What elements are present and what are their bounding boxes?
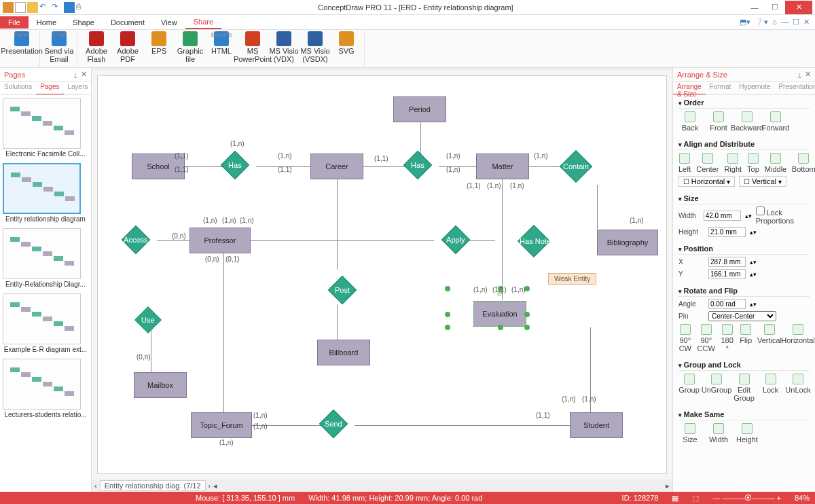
- ribbon-svg[interactable]: SVG: [331, 31, 361, 63]
- same-width[interactable]: Width: [707, 423, 730, 444]
- ribbon-adobe-flash[interactable]: Adobe Flash: [82, 31, 111, 63]
- relation-access[interactable]: Access: [122, 226, 150, 254]
- ribbon-ms-visio-vsdx-[interactable]: MS Visio (VSDX): [300, 31, 330, 63]
- relation-post[interactable]: Post: [328, 276, 357, 304]
- undo-icon[interactable]: ↶: [39, 2, 50, 13]
- print-icon[interactable]: ⎙: [76, 2, 87, 13]
- y-input[interactable]: [708, 269, 746, 279]
- menu-tab-shape[interactable]: Shape: [65, 16, 103, 29]
- open-icon[interactable]: [27, 2, 38, 13]
- align-middle[interactable]: Middle: [765, 153, 786, 173]
- entity-topic[interactable]: Topic_Forum: [191, 412, 252, 438]
- nav-min-icon[interactable]: —: [781, 18, 789, 26]
- close-panel-icon[interactable]: ✕: [81, 70, 87, 79]
- arrange-tab-presentation[interactable]: Presentation: [774, 82, 815, 94]
- align-top[interactable]: Top: [747, 153, 759, 173]
- align-center[interactable]: Center: [696, 153, 719, 173]
- order-back[interactable]: Back: [678, 111, 702, 132]
- entity-mailbox[interactable]: Mailbox: [134, 372, 187, 398]
- group-unlock[interactable]: UnLock: [786, 374, 810, 402]
- zoom-slider[interactable]: — ———⦿——— +: [712, 494, 781, 502]
- relation-use[interactable]: Use: [134, 306, 162, 334]
- nav-close-icon[interactable]: ✕: [803, 18, 810, 26]
- arrange-tab-arrange-size[interactable]: Arrange & Size: [673, 82, 706, 94]
- close-button[interactable]: ✕: [785, 1, 812, 14]
- entity-professor[interactable]: Professor: [189, 228, 251, 253]
- relation-contain[interactable]: Contain: [560, 150, 592, 183]
- entity-evaluation[interactable]: Evaluation⟳: [473, 301, 526, 327]
- redo-icon[interactable]: ↷: [52, 2, 62, 13]
- rotate--cw[interactable]: 90° CW: [678, 324, 692, 353]
- entity-billboard[interactable]: Billboard: [317, 340, 370, 365]
- x-input[interactable]: [708, 257, 746, 267]
- makesame-section[interactable]: Make Same: [678, 409, 810, 420]
- order-section[interactable]: Order: [678, 97, 810, 109]
- pin-icon[interactable]: ⍊: [73, 70, 78, 79]
- rotate--[interactable]: 180 °: [721, 324, 734, 353]
- menu-tab-home[interactable]: Home: [29, 16, 65, 29]
- group-edit-group[interactable]: Edit Group: [734, 374, 755, 402]
- height-input[interactable]: [708, 227, 746, 237]
- arrange-tab-hypernote[interactable]: Hypernote: [735, 82, 774, 94]
- group-section[interactable]: Group and Lock: [678, 359, 810, 371]
- width-input[interactable]: [704, 211, 741, 221]
- arrange-tab-format[interactable]: Format: [706, 82, 736, 94]
- nav-max-icon[interactable]: ☐: [793, 18, 799, 26]
- pages-tab-pages[interactable]: Pages: [36, 82, 63, 94]
- drawing-canvas[interactable]: PeriodSchoolCareerMatterProfessorBibliog…: [97, 75, 667, 474]
- group-group[interactable]: Group: [678, 374, 700, 402]
- menu-tab-share[interactable]: Share: [185, 16, 221, 29]
- scrollbar-right[interactable]: ▸: [666, 482, 670, 490]
- ribbon-eps[interactable]: EPS: [144, 31, 174, 63]
- relation-has[interactable]: Has: [403, 151, 432, 179]
- menu-tab-document[interactable]: Document: [103, 16, 153, 29]
- group-lock[interactable]: Lock: [760, 374, 781, 402]
- rotate-vertical[interactable]: Vertical: [758, 324, 781, 353]
- zoom-fit-icon[interactable]: ⬚: [692, 494, 699, 503]
- store-icon[interactable]: ⬒▾: [740, 18, 750, 26]
- nav-up-icon[interactable]: ⌂: [772, 18, 777, 26]
- size-section[interactable]: Size: [678, 193, 810, 204]
- minimize-button[interactable]: —: [744, 1, 765, 14]
- new-icon[interactable]: [15, 2, 26, 13]
- order-forward[interactable]: Forward: [764, 111, 787, 132]
- entity-matter[interactable]: Matter: [476, 154, 529, 179]
- close-panel-icon[interactable]: ✕: [805, 70, 811, 79]
- scrollbar-left[interactable]: ◂: [213, 482, 217, 490]
- same-size[interactable]: Size: [678, 423, 702, 444]
- ribbon-ms-visio-vdx-[interactable]: MS Visio (VDX): [269, 31, 299, 63]
- rotate--ccw[interactable]: 90° CCW: [698, 324, 715, 353]
- order-backward[interactable]: Backward: [736, 111, 759, 132]
- relation-has[interactable]: Has: [221, 151, 249, 179]
- lock-proportions-checkbox[interactable]: [756, 206, 765, 215]
- pages-tab-layers[interactable]: Layers: [64, 82, 92, 94]
- entity-period[interactable]: Period: [393, 96, 446, 122]
- help-icon[interactable]: ❔▾: [755, 18, 768, 26]
- page-tab[interactable]: Entity relationship diag. (7/12: [100, 480, 206, 491]
- same-height[interactable]: Height: [736, 423, 759, 444]
- page-thumbnail[interactable]: Electronic Facsimile Coll...: [3, 98, 88, 158]
- relation-send[interactable]: Send: [319, 410, 348, 438]
- page-thumbnail[interactable]: Example E-R diagram ext...: [3, 293, 88, 353]
- align-bottom[interactable]: Bottom: [792, 153, 815, 173]
- rotate-section[interactable]: Rotate and Flip: [678, 285, 810, 297]
- view-mode-icon[interactable]: ▦: [672, 494, 678, 503]
- entity-career[interactable]: Career: [310, 154, 363, 179]
- tab-scroll-right[interactable]: ›: [209, 482, 211, 490]
- rotate-horizontal[interactable]: Horizontal: [786, 324, 810, 353]
- relation-it-has-notes[interactable]: It Has Notes: [518, 225, 550, 257]
- pages-tab-solutions[interactable]: Solutions: [0, 82, 36, 94]
- order-front[interactable]: Front: [707, 111, 730, 132]
- horizontal-distribute[interactable]: ☐ Horizontal ▾: [678, 176, 735, 187]
- ribbon-ms-powerpoint[interactable]: MS PowerPoint: [238, 31, 268, 63]
- position-section[interactable]: Position: [678, 243, 810, 255]
- ribbon-graphic-file[interactable]: Graphic file: [175, 31, 205, 63]
- rotate-flip[interactable]: Flip: [739, 324, 753, 353]
- relation-apply[interactable]: Apply: [441, 226, 470, 254]
- align-right[interactable]: Right: [724, 153, 742, 173]
- page-thumbnail[interactable]: Entity relationship diagram: [3, 163, 88, 223]
- menu-tab-view[interactable]: View: [153, 16, 185, 29]
- align-section[interactable]: Align and Distribute: [678, 139, 810, 150]
- menu-tab-file[interactable]: File: [0, 16, 29, 29]
- tab-scroll-left[interactable]: ‹: [94, 482, 97, 490]
